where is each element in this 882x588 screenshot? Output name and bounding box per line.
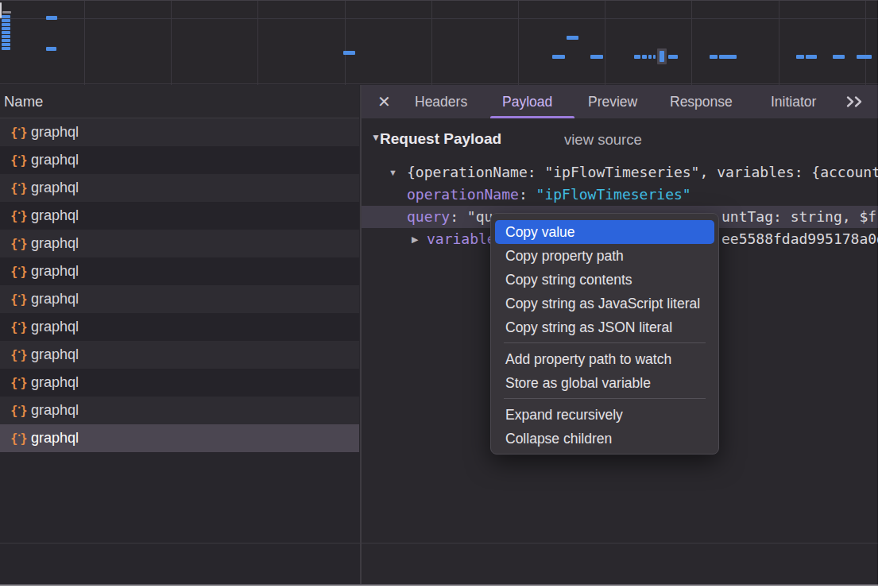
request-row[interactable]: {·}graphql <box>0 202 359 230</box>
request-row[interactable]: {·}graphql <box>0 174 359 202</box>
request-timing-bar <box>2 19 10 22</box>
request-name-label: graphql <box>31 207 79 224</box>
details-tab-bar: ✕ HeadersPayloadPreviewResponseInitiator <box>362 85 878 118</box>
request-timing-bar <box>668 55 678 59</box>
menu-item-copy-string-as-javascript-literal[interactable]: Copy string as JavaScript literal <box>495 292 714 315</box>
request-name-label: graphql <box>31 346 79 363</box>
request-timing-bar <box>2 15 10 18</box>
payload-preview-row[interactable]: ▼ {operationName: "ipFlowTimeseries", va… <box>362 161 878 184</box>
timeline-gridline <box>257 1 258 85</box>
request-name-label: graphql <box>31 402 79 419</box>
request-name-label: graphql <box>31 319 79 335</box>
window-bottom-edge <box>0 584 878 586</box>
menu-item-copy-string-as-json-literal[interactable]: Copy string as JSON literal <box>495 315 714 339</box>
timeline-gridline <box>345 1 346 85</box>
view-source-link[interactable]: view source <box>564 131 642 149</box>
request-row[interactable]: {·}graphql <box>0 285 359 313</box>
timeline-gridline <box>779 1 779 85</box>
tab-headers[interactable]: Headers <box>415 85 467 118</box>
request-timing-bar <box>719 55 737 59</box>
tab-initiator[interactable]: Initiator <box>771 85 816 118</box>
request-timing-bar <box>806 55 817 59</box>
name-column-header-label: Name <box>4 93 43 110</box>
request-timing-bar <box>567 36 578 40</box>
request-timing-bar <box>590 55 603 59</box>
name-column-header[interactable]: Name <box>0 85 359 118</box>
menu-item-expand-recursively[interactable]: Expand recursively <box>495 403 714 427</box>
request-name-label: graphql <box>31 235 79 252</box>
close-icon[interactable]: ✕ <box>377 85 391 118</box>
json-braces-icon: {·} <box>10 376 26 390</box>
timeline-gridline <box>171 1 172 85</box>
payload-preview-text: {operationName: "ipFlowTimeseries", vari… <box>407 161 878 184</box>
request-name-column: Name {·}graphql{·}graphql{·}graphql{·}gr… <box>0 85 359 586</box>
request-timing-bar <box>2 11 11 14</box>
menu-item-store-as-global-variable[interactable]: Store as global variable <box>495 371 714 395</box>
timeline-gridline <box>691 1 692 85</box>
section-title: Request Payload <box>380 130 501 148</box>
timeline-gridline <box>84 1 85 85</box>
json-braces-icon: {·} <box>10 237 26 251</box>
request-row[interactable]: {·}graphql <box>0 146 359 174</box>
timeline-gridline <box>605 1 605 85</box>
request-timing-bar <box>2 35 10 38</box>
request-row[interactable]: {·}graphql <box>0 397 359 424</box>
request-timing-bar <box>343 51 355 55</box>
more-tabs-icon[interactable] <box>845 95 865 108</box>
request-name-label: graphql <box>31 263 79 280</box>
timeline-gridline <box>431 1 432 85</box>
request-timing-bar <box>2 43 10 46</box>
json-braces-icon: {·} <box>10 348 26 362</box>
request-timing-bar <box>46 16 57 20</box>
menu-item-add-property-path-to-watch[interactable]: Add property path to watch <box>495 347 714 371</box>
request-name-label: graphql <box>31 152 79 168</box>
request-row[interactable]: {·}graphql <box>0 257 359 285</box>
request-timing-bar <box>833 55 845 59</box>
request-timing-bar <box>634 55 640 59</box>
request-name-label: graphql <box>31 180 79 196</box>
property-value-left: : "qu <box>450 208 493 225</box>
request-timing-bar <box>857 55 872 59</box>
devtools-network-panel: Name {·}graphql{·}graphql{·}graphql{·}gr… <box>0 0 878 586</box>
json-braces-icon: {·} <box>10 126 26 140</box>
menu-item-copy-property-path[interactable]: Copy property path <box>495 244 714 268</box>
request-name-label: graphql <box>31 430 79 447</box>
property-value: "ipFlowTimeseries" <box>536 186 691 203</box>
menu-item-copy-value[interactable]: Copy value <box>495 220 714 244</box>
request-timing-bar <box>2 23 10 26</box>
expand-triangle-icon[interactable]: ▶ <box>412 228 418 250</box>
network-overview-timeline[interactable] <box>0 0 878 84</box>
request-row[interactable]: {·}graphql <box>0 341 359 369</box>
request-name-label: graphql <box>31 291 79 308</box>
request-row[interactable]: {·}graphql <box>0 369 359 397</box>
context-menu: Copy valueCopy property pathCopy string … <box>490 213 719 455</box>
json-braces-icon: {·} <box>10 209 26 223</box>
timeline-gridline <box>865 1 866 85</box>
tab-response[interactable]: Response <box>670 85 733 118</box>
payload-row-operationname[interactable]: operationName: "ipFlowTimeseries" <box>362 184 878 206</box>
tab-preview[interactable]: Preview <box>588 85 637 118</box>
json-braces-icon: {·} <box>10 292 26 307</box>
property-value-right: untTag: string, $f <box>721 208 876 225</box>
request-timing-bar <box>642 55 647 59</box>
request-row[interactable]: {·}graphql <box>0 313 359 341</box>
request-timing-bar <box>653 55 656 59</box>
request-row[interactable]: {·}graphql <box>0 230 359 257</box>
request-timing-bar <box>2 39 10 42</box>
request-row[interactable]: {·}graphql <box>0 424 359 452</box>
request-list: {·}graphql{·}graphql{·}graphql{·}graphql… <box>0 118 359 452</box>
request-row[interactable]: {·}graphql <box>0 118 359 146</box>
menu-separator <box>504 398 706 399</box>
json-braces-icon: {·} <box>10 404 26 418</box>
menu-item-collapse-children[interactable]: Collapse children <box>495 427 714 451</box>
menu-item-copy-string-contents[interactable]: Copy string contents <box>495 268 714 292</box>
json-braces-icon: {·} <box>10 431 26 446</box>
collapse-triangle-icon[interactable]: ▼ <box>389 161 397 184</box>
property-key: query <box>407 208 450 225</box>
request-timing-bar <box>648 55 652 59</box>
tab-payload[interactable]: Payload <box>502 85 552 118</box>
request-timing-bar <box>46 47 56 51</box>
menu-separator <box>504 342 706 343</box>
json-braces-icon: {·} <box>10 181 26 195</box>
property-value-right: ee5588fdad995178a0d <box>721 230 878 247</box>
